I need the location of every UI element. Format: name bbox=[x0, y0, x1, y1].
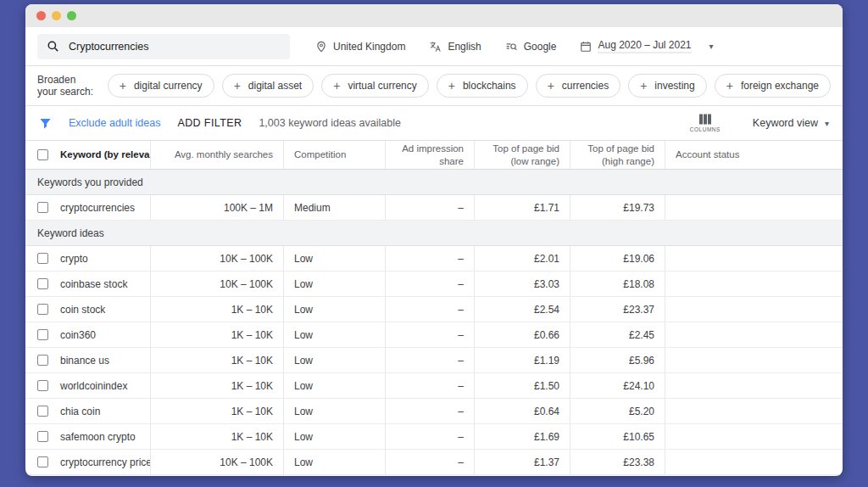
row-checkbox[interactable] bbox=[37, 202, 48, 213]
bid-low-cell: £1.19 bbox=[475, 348, 570, 372]
bid-high-cell: £19.73 bbox=[570, 195, 665, 220]
chip-label: digital asset bbox=[248, 80, 302, 92]
chip-label: foreign exchange bbox=[741, 80, 819, 92]
bid-high-cell: £5.20 bbox=[570, 399, 665, 423]
chevron-down-icon: ▾ bbox=[825, 119, 829, 128]
bid-low-cell: £2.01 bbox=[475, 246, 570, 271]
bid-high-cell: £23.37 bbox=[570, 297, 665, 322]
columns-label: COLUMNS bbox=[690, 126, 721, 132]
competition-cell: Low bbox=[284, 271, 386, 296]
bid-low-cell: £1.50 bbox=[475, 373, 570, 398]
row-checkbox[interactable] bbox=[37, 304, 48, 315]
competition-cell: Low bbox=[284, 348, 386, 372]
header-keyword[interactable]: Keyword (by relevance) bbox=[25, 141, 151, 169]
zoom-window-button[interactable] bbox=[67, 11, 76, 20]
plus-icon: + bbox=[234, 80, 241, 92]
ad-share-cell: – bbox=[386, 297, 475, 322]
account-status-cell bbox=[665, 348, 843, 372]
avg-searches-cell: 1K – 10K bbox=[151, 399, 284, 423]
select-all-checkbox[interactable] bbox=[37, 149, 48, 160]
header-top-of-page-bid-low[interactable]: Top of page bid (low range) bbox=[475, 141, 570, 169]
date-range-setting[interactable]: Aug 2020 – Jul 2021 ▾ bbox=[580, 39, 713, 53]
plus-icon: + bbox=[120, 80, 126, 92]
account-status-cell bbox=[665, 450, 843, 474]
plus-icon: + bbox=[640, 80, 647, 92]
search-network-icon bbox=[505, 41, 518, 53]
avg-searches-cell: 100K – 1M bbox=[151, 195, 284, 220]
row-checkbox[interactable] bbox=[37, 329, 48, 340]
bid-high-cell: £23.38 bbox=[570, 450, 665, 474]
row-checkbox[interactable] bbox=[37, 380, 48, 391]
header-competition[interactable]: Competition bbox=[284, 141, 386, 169]
keyword-view-label: Keyword view bbox=[753, 117, 818, 129]
table-header-row: Keyword (by relevance) Avg. monthly sear… bbox=[25, 140, 843, 170]
chip-label: blockchains bbox=[463, 80, 516, 92]
row-checkbox[interactable] bbox=[37, 253, 48, 264]
row-checkbox[interactable] bbox=[37, 278, 48, 289]
broaden-chip-currencies[interactable]: + currencies bbox=[536, 74, 621, 98]
section-label: Keywords you provided bbox=[37, 176, 143, 188]
row-checkbox[interactable] bbox=[37, 431, 48, 442]
add-filter-button[interactable]: ADD FILTER bbox=[177, 117, 242, 129]
broaden-chip-foreign-exchange[interactable]: + foreign exchange bbox=[715, 74, 831, 98]
avg-searches-cell: 1K – 10K bbox=[151, 424, 284, 449]
table-row: coinbase stock 10K – 100K Low – £3.03 £1… bbox=[25, 271, 843, 297]
network-setting[interactable]: Google bbox=[505, 41, 557, 53]
date-range-label: Aug 2020 – Jul 2021 bbox=[598, 39, 691, 53]
ad-share-cell: – bbox=[386, 348, 475, 372]
language-setting[interactable]: English bbox=[429, 41, 481, 53]
bid-low-cell: £1.69 bbox=[475, 424, 570, 449]
minimize-window-button[interactable] bbox=[52, 11, 61, 20]
exclude-adult-ideas-filter[interactable]: Exclude adult ideas bbox=[69, 117, 160, 129]
location-label: United Kingdom bbox=[333, 41, 405, 53]
targeting-toolbar: Cryptocurrencies United Kingdom English bbox=[25, 27, 843, 66]
chevron-down-icon: ▾ bbox=[709, 42, 714, 51]
broaden-chip-digital-asset[interactable]: + digital asset bbox=[222, 74, 314, 98]
keyword-search-input[interactable]: Cryptocurrencies bbox=[37, 34, 290, 59]
account-status-cell bbox=[665, 322, 843, 347]
ad-share-cell: – bbox=[386, 246, 475, 271]
keyword-cell: cryptocurrency prices bbox=[60, 456, 151, 468]
row-checkbox[interactable] bbox=[37, 406, 48, 417]
header-ad-impression-share[interactable]: Ad impression share bbox=[386, 141, 475, 169]
broaden-label: Broaden your search: bbox=[37, 74, 95, 98]
window-titlebar bbox=[25, 4, 843, 27]
filter-funnel-icon[interactable] bbox=[39, 117, 52, 130]
broaden-chip-virtual-currency[interactable]: + virtual currency bbox=[321, 74, 429, 98]
competition-cell: Low bbox=[284, 322, 386, 347]
competition-cell: Low bbox=[284, 373, 386, 398]
columns-icon bbox=[698, 114, 712, 125]
avg-searches-cell: 1K – 10K bbox=[151, 373, 284, 398]
keyword-view-dropdown[interactable]: Keyword view ▾ bbox=[753, 117, 829, 129]
chip-label: investing bbox=[654, 80, 694, 92]
account-status-cell bbox=[665, 399, 843, 423]
broaden-chip-blockchains[interactable]: + blockchains bbox=[437, 74, 528, 98]
table-row: coin stock 1K – 10K Low – £2.54 £23.37 bbox=[25, 297, 843, 322]
table-row: coin360 1K – 10K Low – £0.66 £2.45 bbox=[25, 322, 843, 348]
targeting-settings: United Kingdom English bbox=[315, 39, 714, 53]
ad-share-cell: – bbox=[386, 424, 475, 449]
bid-high-cell: £5.96 bbox=[570, 348, 665, 372]
keyword-cell: crypto bbox=[60, 253, 88, 265]
header-account-status[interactable]: Account status bbox=[665, 141, 843, 169]
keyword-cell: binance us bbox=[60, 355, 109, 367]
row-checkbox[interactable] bbox=[37, 355, 48, 366]
browser-window: Cryptocurrencies United Kingdom English bbox=[25, 4, 843, 476]
bid-high-cell: £18.08 bbox=[570, 271, 665, 296]
plus-icon: + bbox=[548, 80, 554, 92]
close-window-button[interactable] bbox=[36, 11, 46, 20]
account-status-cell bbox=[665, 424, 843, 449]
avg-searches-cell: 1K – 10K bbox=[151, 297, 284, 322]
network-label: Google bbox=[524, 41, 557, 53]
broaden-chip-digital-currency[interactable]: + digital currency bbox=[108, 74, 214, 98]
plus-icon: + bbox=[448, 80, 455, 92]
broaden-chip-investing[interactable]: + investing bbox=[628, 74, 707, 98]
row-checkbox[interactable] bbox=[37, 456, 48, 467]
header-top-of-page-bid-high[interactable]: Top of page bid (high range) bbox=[570, 141, 665, 169]
location-pin-icon bbox=[315, 41, 327, 53]
bid-low-cell: £0.64 bbox=[475, 399, 570, 423]
location-setting[interactable]: United Kingdom bbox=[315, 41, 405, 53]
plus-icon: + bbox=[726, 80, 733, 92]
columns-button[interactable]: COLUMNS bbox=[690, 114, 721, 132]
header-avg-monthly-searches[interactable]: Avg. monthly searches bbox=[151, 141, 284, 169]
